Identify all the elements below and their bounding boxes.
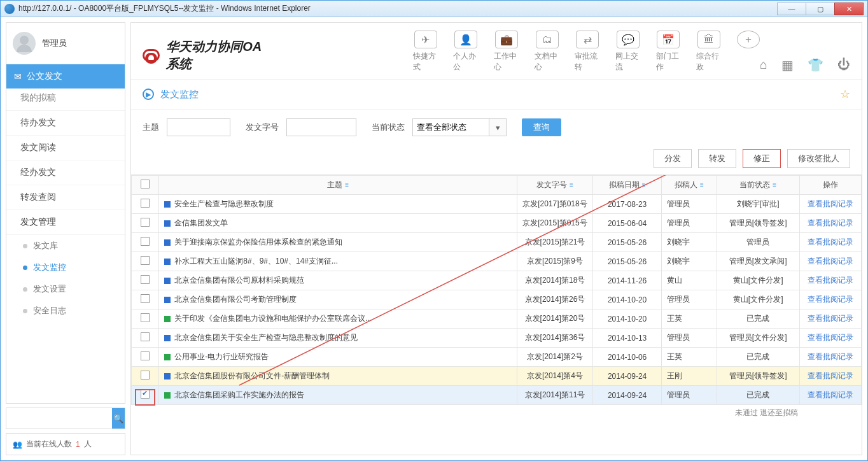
header-check[interactable] (132, 176, 159, 195)
row-check-cell[interactable] (132, 386, 159, 405)
header-date[interactable]: 拟稿日期≡ (592, 176, 661, 195)
table-row[interactable]: 北京金信集团关于安全生产检查与隐患整改制度的意见京发[2014]第36号2014… (132, 329, 862, 348)
sidebar-search-input[interactable] (6, 408, 112, 429)
view-log-link[interactable]: 查看批阅记录 (808, 314, 853, 323)
row-check-cell[interactable] (132, 367, 159, 386)
row-subject: 北京金信集团有限公司考勤管理制度 (159, 290, 517, 309)
filter-docno-input[interactable] (286, 118, 356, 136)
row-op[interactable]: 查看批阅记录 (799, 290, 861, 309)
toptab-admin[interactable]: 🏛综合行政 (696, 31, 722, 73)
toptab-chat[interactable]: 💬网上交流 (615, 31, 641, 73)
view-log-link[interactable]: 查看批阅记录 (808, 390, 853, 399)
row-check-cell[interactable] (132, 329, 159, 348)
filter-status-input[interactable] (412, 118, 489, 136)
view-log-link[interactable]: 查看批阅记录 (808, 238, 853, 246)
toptab-doc[interactable]: 🗂文档中心 (535, 31, 560, 73)
row-check-cell[interactable] (132, 252, 159, 271)
row-op[interactable]: 查看批阅记录 (799, 195, 861, 214)
row-op[interactable]: 查看批阅记录 (799, 233, 861, 252)
table-row[interactable]: 北京金信集团有限公司原材料采购规范京发[2014]第18号2014-11-26黄… (132, 271, 862, 290)
power-icon[interactable]: ⏻ (837, 57, 850, 73)
action-distribute[interactable]: 分发 (654, 149, 692, 168)
row-op[interactable]: 查看批阅记录 (799, 329, 861, 348)
checkbox-icon (141, 237, 150, 246)
row-check-cell[interactable] (132, 271, 159, 290)
status-color-icon (164, 354, 171, 360)
row-check-cell[interactable] (132, 309, 159, 329)
people-icon: 👥 (13, 440, 22, 449)
window-minimize-button[interactable]: — (777, 3, 806, 15)
table-row[interactable]: 补水工程大五山隧洞8#、9#、10#、14#支洞征...京发[2015]第9号2… (132, 252, 862, 271)
toptab-approve[interactable]: ⇄审批流转 (575, 31, 600, 73)
window-close-button[interactable]: ✕ (834, 3, 864, 15)
sidebar-item-forward[interactable]: 转发查阅 (6, 185, 125, 210)
view-log-link[interactable]: 查看批阅记录 (808, 218, 853, 227)
row-status: 黄山[文件分发] (717, 290, 799, 309)
sidebar-sub-settings[interactable]: 发文设置 (6, 278, 125, 300)
header-docno[interactable]: 发文字号≡ (517, 176, 592, 195)
online-count: 👥 当前在线人数 1 人 (6, 433, 125, 455)
apps-icon[interactable]: ▦ (781, 57, 794, 73)
toptab-work[interactable]: 💼工作中心 (494, 31, 519, 73)
header-status[interactable]: 当前状态≡ (717, 176, 799, 195)
table-row[interactable]: 关于迎接南京保监办保险信用体系检查的紧急通知京发[2015]第21号2015-0… (132, 233, 862, 252)
action-forward[interactable]: 转发 (698, 149, 736, 168)
row-check-cell[interactable] (132, 214, 159, 233)
toptab-personal[interactable]: 👤个人办公 (453, 31, 479, 73)
sidebar-sub-library[interactable]: 发文库 (6, 235, 125, 257)
table-row[interactable]: 北京金信集团股份有限公司文件-薪酬管理体制京发[2014]第4号2014-09-… (132, 367, 862, 386)
sidebar-item-pending[interactable]: 待办发文 (6, 111, 125, 136)
table-row[interactable]: 金信集团发文单京发[2015]第015号2015-06-04管理员管理员[领导签… (132, 214, 862, 233)
view-log-link[interactable]: 查看批阅记录 (808, 295, 853, 304)
table-row[interactable]: 北京金信集团采购工作实施办法的报告京发[2014]第11号2014-09-24管… (132, 386, 862, 405)
header-author[interactable]: 拟稿人≡ (662, 176, 717, 195)
row-op[interactable]: 查看批阅记录 (799, 367, 861, 386)
table-row[interactable]: 公用事业-电力行业研究报告京发[2014]第2号2014-10-06王英已完成查… (132, 348, 862, 367)
filter-subject-input[interactable] (167, 118, 230, 136)
row-op[interactable]: 查看批阅记录 (799, 309, 861, 329)
row-check-cell[interactable] (132, 195, 159, 214)
home-icon[interactable]: ⌂ (760, 57, 767, 73)
person-icon: 👤 (454, 31, 477, 48)
sidebar-sub-log[interactable]: 安全日志 (6, 300, 125, 322)
header-subject[interactable]: 主题≡ (159, 176, 517, 195)
row-op[interactable]: 查看批阅记录 (799, 348, 861, 367)
sidebar-search-button[interactable]: 🔍 (112, 408, 125, 429)
view-log-link[interactable]: 查看批阅记录 (808, 371, 853, 380)
sidebar-item-manage[interactable]: 发文管理 (6, 210, 125, 235)
row-op[interactable]: 查看批阅记录 (799, 386, 861, 405)
sidebar-item-handle[interactable]: 经办发文 (6, 160, 125, 185)
action-change-approver[interactable]: 修改签批人 (787, 149, 850, 168)
row-check-cell[interactable] (132, 233, 159, 252)
view-log-link[interactable]: 查看批阅记录 (808, 199, 853, 208)
view-log-link[interactable]: 查看批阅记录 (808, 333, 853, 342)
row-op[interactable]: 查看批阅记录 (799, 214, 861, 233)
row-op[interactable]: 查看批阅记录 (799, 252, 861, 271)
row-author: 刘晓宇 (662, 252, 717, 271)
view-log-link[interactable]: 查看批阅记录 (808, 257, 853, 266)
toptab-add[interactable]: ＋ (737, 31, 760, 73)
view-log-link[interactable]: 查看批阅记录 (808, 276, 853, 285)
logo-text: 华天动力协同OA系统 (166, 38, 273, 73)
view-log-link[interactable]: 查看批阅记录 (808, 352, 853, 361)
sidebar-section-active[interactable]: ✉ 公文发文 (6, 64, 125, 89)
toptab-dept[interactable]: 📅部门工作 (656, 31, 682, 73)
row-op[interactable]: 查看批阅记录 (799, 271, 861, 290)
table-row[interactable]: 安全生产检查与隐患整改制度京发[2017]第018号2017-08-23管理员刘… (132, 195, 862, 214)
favorite-icon[interactable]: ☆ (840, 87, 850, 101)
row-author: 管理员 (662, 290, 717, 309)
action-correct[interactable]: 修正 (743, 149, 781, 168)
theme-icon[interactable]: 👕 (808, 57, 823, 73)
table-row[interactable]: 关于印发《金信集团电力设施和电能保护办公室联席会议...京发[2014]第20号… (132, 309, 862, 329)
sidebar-sub-monitor[interactable]: 发文监控 (6, 257, 125, 278)
sidebar-item-read[interactable]: 发文阅读 (6, 136, 125, 160)
toptab-quick[interactable]: ✈快捷方式 (413, 31, 438, 73)
query-button[interactable]: 查询 (522, 118, 561, 136)
row-check-cell[interactable] (132, 290, 159, 309)
filter-status-dropdown[interactable]: ▾ (489, 118, 507, 136)
window-maximize-button[interactable]: ▢ (806, 3, 835, 15)
sidebar-item-mydraft[interactable]: 我的拟稿 (6, 89, 125, 111)
table-row[interactable]: 北京金信集团有限公司考勤管理制度京发[2014]第26号2014-10-20管理… (132, 290, 862, 309)
row-date: 2015-05-26 (592, 252, 661, 271)
row-check-cell[interactable] (132, 348, 159, 367)
